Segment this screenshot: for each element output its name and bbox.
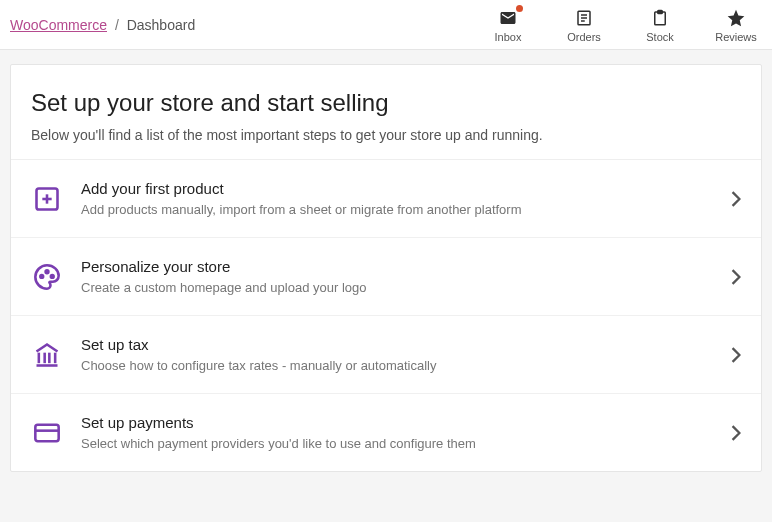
topbar-reviews[interactable]: Reviews bbox=[710, 7, 762, 43]
breadcrumb-separator: / bbox=[115, 17, 119, 33]
chevron-right-icon bbox=[731, 347, 741, 363]
breadcrumb: WooCommerce / Dashboard bbox=[10, 17, 195, 33]
page-content: Set up your store and start selling Belo… bbox=[0, 50, 772, 486]
clipboard-icon bbox=[649, 7, 671, 29]
task-desc: Create a custom homepage and upload your… bbox=[81, 280, 731, 295]
page-subtitle: Below you'll find a list of the most imp… bbox=[31, 127, 741, 143]
task-body: Add your first product Add products manu… bbox=[63, 180, 731, 217]
breadcrumb-root-link[interactable]: WooCommerce bbox=[10, 17, 107, 33]
task-list: Add your first product Add products manu… bbox=[11, 160, 761, 471]
orders-icon bbox=[573, 7, 595, 29]
star-icon bbox=[725, 7, 747, 29]
task-desc: Select which payment providers you'd lik… bbox=[81, 436, 731, 451]
chevron-right-icon bbox=[731, 269, 741, 285]
task-title: Add your first product bbox=[81, 180, 731, 197]
svg-point-10 bbox=[46, 270, 49, 273]
task-title: Personalize your store bbox=[81, 258, 731, 275]
palette-icon bbox=[31, 261, 63, 293]
task-title: Set up payments bbox=[81, 414, 731, 431]
bank-icon bbox=[31, 339, 63, 371]
plus-box-icon bbox=[31, 183, 63, 215]
topbar-orders[interactable]: Orders bbox=[558, 7, 610, 43]
task-desc: Add products manually, import from a she… bbox=[81, 202, 731, 217]
task-body: Set up payments Select which payment pro… bbox=[63, 414, 731, 451]
svg-point-9 bbox=[40, 275, 43, 278]
setup-card: Set up your store and start selling Belo… bbox=[10, 64, 762, 472]
breadcrumb-current: Dashboard bbox=[127, 17, 196, 33]
task-desc: Choose how to configure tax rates - manu… bbox=[81, 358, 731, 373]
task-add-product[interactable]: Add your first product Add products manu… bbox=[11, 160, 761, 238]
topbar: WooCommerce / Dashboard Inbox Orders Sto… bbox=[0, 0, 772, 50]
task-body: Set up tax Choose how to configure tax r… bbox=[63, 336, 731, 373]
notification-dot bbox=[516, 5, 523, 12]
topbar-label: Stock bbox=[646, 31, 674, 43]
task-personalize[interactable]: Personalize your store Create a custom h… bbox=[11, 238, 761, 316]
task-body: Personalize your store Create a custom h… bbox=[63, 258, 731, 295]
svg-rect-5 bbox=[658, 10, 663, 13]
svg-rect-17 bbox=[35, 424, 58, 440]
topbar-label: Reviews bbox=[715, 31, 757, 43]
card-header: Set up your store and start selling Belo… bbox=[11, 65, 761, 160]
topbar-actions: Inbox Orders Stock Reviews bbox=[482, 7, 762, 43]
topbar-label: Inbox bbox=[495, 31, 522, 43]
task-payments[interactable]: Set up payments Select which payment pro… bbox=[11, 394, 761, 471]
task-tax[interactable]: Set up tax Choose how to configure tax r… bbox=[11, 316, 761, 394]
topbar-inbox[interactable]: Inbox bbox=[482, 7, 534, 43]
topbar-stock[interactable]: Stock bbox=[634, 7, 686, 43]
page-title: Set up your store and start selling bbox=[31, 89, 741, 117]
card-icon bbox=[31, 417, 63, 449]
chevron-right-icon bbox=[731, 191, 741, 207]
task-title: Set up tax bbox=[81, 336, 731, 353]
chevron-right-icon bbox=[731, 425, 741, 441]
topbar-label: Orders bbox=[567, 31, 601, 43]
svg-point-11 bbox=[51, 275, 54, 278]
